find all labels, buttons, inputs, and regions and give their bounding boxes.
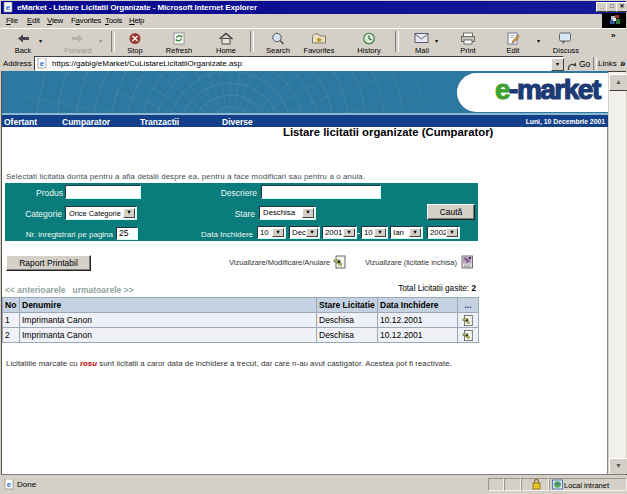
svg-text:e: e xyxy=(40,59,45,68)
svg-text:e: e xyxy=(7,480,12,489)
svg-text:e: e xyxy=(6,3,11,12)
